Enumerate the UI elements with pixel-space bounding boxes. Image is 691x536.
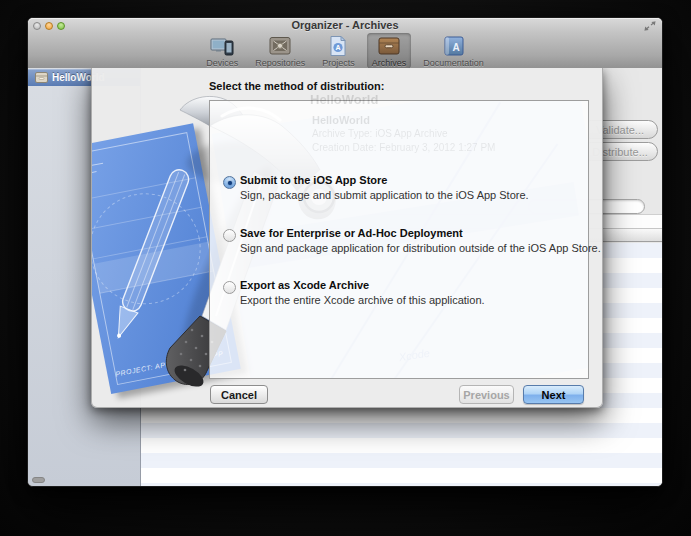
window-content: HelloWorld Validate... Distribute... [28,68,662,486]
options-group-box [209,100,589,379]
radio-export-xcode-archive[interactable] [223,281,236,294]
radio-submit-app-store[interactable] [223,176,236,189]
toolbar-label: Repositories [255,58,305,68]
option-label[interactable]: Export as Xcode Archive [240,279,369,291]
devices-icon [210,35,234,57]
archives-icon [377,35,401,57]
toolbar-label: Projects [322,58,355,68]
next-button[interactable]: Next [523,385,584,404]
projects-icon: A [326,35,350,57]
toolbar-item-devices[interactable]: Devices [201,33,243,69]
previous-button[interactable]: Previous [459,385,514,404]
bottom-bar-button[interactable] [32,477,45,483]
zoom-button-icon[interactable] [57,22,65,30]
cancel-button[interactable]: Cancel [210,385,268,404]
radio-enterprise-adhoc[interactable] [223,229,236,242]
toolbar-label: Archives [372,58,407,68]
option-description: Sign and package application for distrib… [240,242,601,254]
close-button-icon[interactable] [33,22,41,30]
toolbar-label: Documentation [423,58,484,68]
sheet-heading: Select the method of distribution: [209,80,384,92]
option-description: Export the entire Xcode archive of this … [240,294,485,306]
svg-text:A: A [452,42,459,53]
window-title: Organizer - Archives [28,18,662,33]
title-bar[interactable]: Organizer - Archives [28,18,662,33]
screenshot-backdrop: Organizer - Archives [0,0,691,536]
toolbar: Devices Repositories [28,33,662,68]
documentation-icon: A [442,35,466,57]
distribution-sheet: Xcode [91,68,603,408]
blueprint-caption: PROJECT: APPLICATION.APP [115,350,224,378]
toolbar-label: Devices [206,58,238,68]
toolbar-item-documentation[interactable]: A Documentation [418,33,489,69]
toolbar-item-projects[interactable]: A Projects [317,33,360,69]
option-description: Sign, package and submit application to … [240,189,529,201]
minimize-button-icon[interactable] [45,22,53,30]
option-label[interactable]: Submit to the iOS App Store [240,174,387,186]
option-label[interactable]: Save for Enterprise or Ad-Hoc Deployment [240,227,463,239]
archive-mini-icon [35,72,48,83]
repositories-icon [268,35,292,57]
svg-text:A: A [336,44,341,51]
fullscreen-icon[interactable] [644,21,656,31]
toolbar-item-repositories[interactable]: Repositories [250,33,310,69]
toolbar-item-archives[interactable]: Archives [367,33,412,69]
organizer-window: Organizer - Archives [27,17,663,487]
window-chrome: Organizer - Archives [28,18,662,69]
